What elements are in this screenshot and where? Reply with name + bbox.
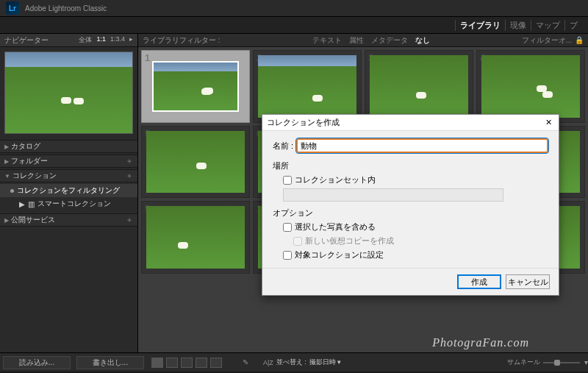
module-more[interactable]: ブ — [564, 20, 582, 31]
inside-set-checkbox[interactable] — [283, 176, 292, 185]
thumbnail-size-slider[interactable] — [543, 362, 580, 363]
collection-filter-row[interactable]: コレクションをフィルタリング — [0, 184, 137, 197]
title-bar: Lr Adobe Lightroom Classic — [0, 0, 588, 16]
painter-icon[interactable]: ✎ — [243, 358, 248, 366]
filter-attr[interactable]: 属性 — [345, 35, 368, 46]
add-folder-icon[interactable]: ＋ — [126, 156, 133, 166]
collection-set-dropdown[interactable] — [283, 188, 503, 202]
navigator-header[interactable]: ナビゲーター 全体 1:1 1:3.4 ▸ — [0, 34, 137, 47]
inside-set-label: コレクションセット内 — [295, 174, 376, 185]
thumbnail-cell[interactable]: 1 — [141, 50, 250, 123]
library-filter-bar: ライブラリフィルター : テキスト 属性 メタデータ なし フィルターオ... … — [138, 34, 588, 47]
nav-ratio-other[interactable]: 1:3.4 — [110, 35, 125, 45]
navigator-preview[interactable] — [4, 51, 133, 134]
panel-collections[interactable]: ▼ コレクション ＋ — [0, 169, 137, 182]
import-button[interactable]: 読み込み... — [3, 356, 71, 369]
sort-az-icon[interactable]: A|Z — [263, 359, 273, 366]
module-map[interactable]: マップ — [531, 20, 564, 31]
compare-view-icon[interactable] — [181, 358, 193, 368]
panel-catalog[interactable]: ▶ カタログ — [0, 140, 137, 153]
thumbnail-cell[interactable]: 9 — [141, 201, 250, 274]
chevron-right-icon: ▶ — [19, 200, 25, 208]
app-title: Adobe Lightroom Classic — [25, 4, 107, 13]
add-collection-icon[interactable]: ＋ — [126, 171, 133, 181]
libfilter-label: ライブラリフィルター : — [143, 35, 220, 46]
nav-ratio-menu-icon[interactable]: ▸ — [129, 35, 133, 45]
module-library[interactable]: ライブラリ — [455, 20, 505, 31]
chevron-down-icon: ▼ — [4, 173, 10, 180]
chevron-right-icon: ▶ — [4, 158, 9, 165]
thumbnail-cell[interactable]: 4 — [476, 50, 585, 123]
add-publish-icon[interactable]: ＋ — [126, 215, 133, 225]
chevron-right-icon: ▶ — [4, 217, 9, 224]
collection-name-input[interactable] — [296, 138, 548, 153]
dialog-title: コレクションを作成 — [267, 117, 340, 128]
include-selected-label: 選択した写真を含める — [295, 221, 376, 232]
filter-meta[interactable]: メタデータ — [368, 35, 412, 46]
left-panel: ナビゲーター 全体 1:1 1:3.4 ▸ ▶ カタログ ▶ フォルダー ＋ ▼… — [0, 34, 138, 352]
target-collection-label: 対象コレクションに設定 — [295, 249, 384, 260]
virtual-copy-label: 新しい仮想コピーを作成 — [305, 235, 394, 246]
create-collection-dialog: コレクションを作成 ✕ 名前 : 場所 コレクションセット内 オプション 選択し… — [262, 114, 559, 296]
smart-collections-row[interactable]: ▶ ▥ スマートコレクション — [0, 197, 137, 210]
lock-icon[interactable]: 🔒 — [572, 36, 584, 44]
cell-index: 1 — [145, 52, 150, 63]
sort-value[interactable]: 撮影日時 ▾ — [309, 358, 342, 367]
filter-text[interactable]: テキスト — [309, 35, 345, 46]
filter-none[interactable]: なし — [412, 35, 434, 46]
survey-view-icon[interactable] — [196, 358, 207, 368]
close-icon[interactable]: ✕ — [542, 117, 554, 129]
thumbnail-cell[interactable]: 3 — [365, 50, 473, 123]
filter-preset[interactable]: フィルターオ... — [522, 35, 572, 46]
panel-publish[interactable]: ▶ 公開サービス ＋ — [0, 213, 137, 227]
nav-ratio-11[interactable]: 1:1 — [96, 35, 106, 45]
chevron-right-icon: ▶ — [4, 143, 9, 150]
sort-label: 並べ替え : — [276, 358, 306, 367]
watermark: PhotograFan.com — [432, 336, 529, 349]
bullet-icon — [10, 189, 14, 193]
stack-icon: ▥ — [28, 200, 35, 208]
target-collection-checkbox[interactable] — [283, 251, 292, 260]
thumbnail-size-label: サムネール — [507, 358, 540, 367]
create-button[interactable]: 作成 — [457, 274, 501, 289]
virtual-copy-checkbox — [293, 237, 302, 246]
module-develop[interactable]: 現像 — [505, 20, 531, 31]
panel-folders[interactable]: ▶ フォルダー ＋ — [0, 154, 137, 168]
bottom-toolbar: 読み込み... 書き出し... ✎ A|Z 並べ替え : 撮影日時 ▾ サムネー… — [0, 352, 588, 372]
nav-ratio-fit[interactable]: 全体 — [79, 35, 92, 45]
thumbnail-cell[interactable]: 5 — [141, 126, 250, 199]
options-section-label: オプション — [273, 207, 548, 219]
people-view-icon[interactable] — [210, 358, 222, 368]
app-logo-icon: Lr — [6, 1, 19, 15]
export-button[interactable]: 書き出し... — [76, 356, 144, 369]
location-section-label: 場所 — [273, 160, 548, 171]
include-selected-checkbox[interactable] — [283, 223, 292, 232]
grid-view-icon[interactable] — [151, 358, 163, 368]
cancel-button[interactable]: キャンセル — [506, 274, 550, 289]
navigator-title: ナビゲーター — [4, 35, 49, 46]
toolbar-menu-icon[interactable]: ▾ — [584, 358, 588, 366]
module-picker: ライブラリ 現像 マップ ブ — [0, 16, 588, 34]
thumbnail-cell[interactable]: 2 — [253, 50, 362, 123]
loupe-view-icon[interactable] — [166, 358, 178, 368]
name-label: 名前 : — [273, 141, 293, 152]
